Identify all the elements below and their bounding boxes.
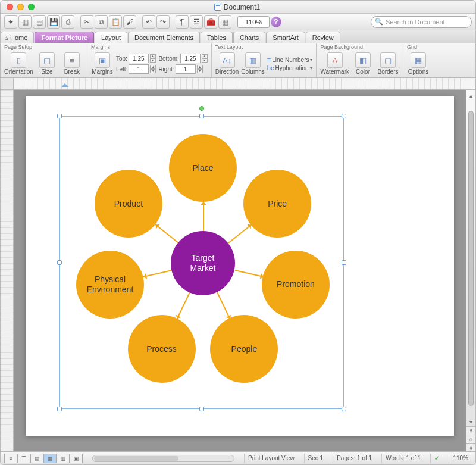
tab-smartart[interactable]: SmartArt bbox=[266, 32, 305, 43]
margins-label: Margins bbox=[92, 68, 113, 75]
hscroll-thumb[interactable] bbox=[94, 456, 178, 461]
status-pages[interactable]: Pages: 1 of 1 bbox=[333, 454, 375, 463]
status-spellcheck[interactable]: ✔ bbox=[430, 454, 443, 463]
view-publishing-icon[interactable]: ▤ bbox=[30, 454, 43, 463]
maximize-icon[interactable] bbox=[28, 4, 35, 10]
paste-icon[interactable]: 📋 bbox=[109, 15, 122, 29]
direction-button[interactable]: A↕Direction bbox=[215, 52, 239, 75]
color-icon: ◧ bbox=[355, 52, 371, 68]
size-button[interactable]: ▢Size bbox=[36, 52, 58, 75]
margin-right-label: Right: bbox=[158, 66, 174, 73]
margin-left-input[interactable]: 1 bbox=[129, 64, 149, 74]
sidebar-icon[interactable]: ☲ bbox=[190, 15, 203, 29]
watermark-button[interactable]: AWatermark bbox=[320, 52, 349, 75]
tab-tables-label: Tables bbox=[207, 34, 226, 41]
save-icon[interactable]: 💾 bbox=[47, 15, 60, 29]
tab-document-elements[interactable]: Document Elements bbox=[128, 32, 200, 43]
columns-button[interactable]: ▥Columns bbox=[241, 52, 264, 75]
browse-object-icon[interactable]: ○ bbox=[466, 435, 475, 443]
format-painter-icon[interactable]: 🖌 bbox=[123, 15, 136, 29]
browse-prev-icon[interactable]: ⇞ bbox=[466, 426, 475, 435]
line-numbers-button[interactable]: ≡Line Numbers▾ bbox=[267, 56, 313, 63]
browse-next-icon[interactable]: ⇟ bbox=[466, 443, 475, 451]
vertical-scrollbar[interactable]: ▴ ▾ ⇞ ○ ⇟ bbox=[466, 90, 475, 451]
view-draft-icon[interactable]: ≡ bbox=[4, 454, 17, 463]
grid-options-button[interactable]: ▦Options bbox=[407, 52, 430, 75]
tab-home[interactable]: ⌂Home bbox=[1, 32, 34, 43]
cut-icon[interactable]: ✂ bbox=[80, 15, 93, 29]
tab-tables[interactable]: Tables bbox=[201, 32, 233, 43]
status-zoom[interactable]: 110% bbox=[449, 454, 472, 463]
undo-icon[interactable]: ↶ bbox=[142, 15, 155, 29]
indent-marker-icon[interactable] bbox=[61, 80, 68, 87]
print-icon[interactable]: ⎙ bbox=[61, 15, 74, 29]
vertical-ruler[interactable] bbox=[1, 90, 14, 451]
gear-icon[interactable]: ✦ bbox=[4, 15, 17, 29]
open-icon[interactable]: ▤ bbox=[33, 15, 46, 29]
close-icon[interactable] bbox=[7, 4, 13, 10]
horizontal-scrollbar[interactable] bbox=[92, 455, 234, 462]
status-words[interactable]: Words: 1 of 1 bbox=[381, 454, 424, 463]
margin-top-input[interactable]: 1.25 bbox=[129, 54, 149, 63]
hyphenation-button[interactable]: bcHyphenation▾ bbox=[267, 64, 313, 71]
horizontal-ruler[interactable] bbox=[14, 78, 475, 89]
document-scroll[interactable]: Target Market PlacePricePromotionPeopleP… bbox=[14, 90, 466, 451]
tab-review[interactable]: Review bbox=[306, 32, 340, 43]
diagram-node-product[interactable]: Product bbox=[95, 170, 162, 238]
grid-icon: ▦ bbox=[411, 52, 426, 68]
status-section[interactable]: Sec 1 bbox=[304, 454, 327, 463]
margin-bottom-stepper[interactable]: ▴▾ bbox=[202, 54, 208, 63]
tab-format-picture-label: Format Picture bbox=[41, 34, 87, 41]
borders-button[interactable]: ▢Borders bbox=[377, 52, 399, 75]
margin-top-stepper[interactable]: ▴▾ bbox=[150, 54, 156, 63]
view-notebook-icon[interactable]: ▥ bbox=[57, 454, 70, 463]
tab-charts[interactable]: Charts bbox=[233, 32, 265, 43]
selected-object-frame[interactable]: Target Market PlacePricePromotionPeopleP… bbox=[60, 116, 344, 409]
size-label: Size bbox=[41, 68, 52, 75]
redo-icon[interactable]: ↷ bbox=[156, 15, 170, 29]
margin-bottom-input[interactable]: 1.25 bbox=[180, 54, 201, 63]
scrollbar-thumb[interactable] bbox=[468, 111, 474, 406]
diagram-node-label: Place bbox=[192, 163, 213, 173]
margin-right-stepper[interactable]: ▴▾ bbox=[197, 65, 203, 73]
diagram-node-promotion[interactable]: Promotion bbox=[262, 251, 330, 319]
diagram-node-place[interactable]: Place bbox=[169, 134, 237, 202]
diagram-node-process[interactable]: Process bbox=[128, 315, 196, 383]
bg-color-button[interactable]: ◧Color bbox=[352, 52, 374, 75]
diagram-node-label: Product bbox=[114, 199, 143, 209]
minimize-icon[interactable] bbox=[17, 4, 24, 10]
show-formatting-icon[interactable]: ¶ bbox=[176, 15, 189, 29]
view-print-icon[interactable]: ▦ bbox=[43, 454, 57, 463]
hyphenation-label: Hyphenation bbox=[275, 65, 308, 71]
tab-format-picture[interactable]: Format Picture bbox=[35, 32, 94, 43]
help-icon[interactable]: ? bbox=[271, 17, 281, 27]
search-box[interactable]: 🔍 Search in Document bbox=[371, 16, 472, 28]
break-label: Break bbox=[64, 68, 80, 75]
diagram-arrow bbox=[154, 223, 179, 244]
tab-layout[interactable]: Layout bbox=[95, 32, 127, 43]
view-focus-icon[interactable]: ▣ bbox=[70, 454, 83, 463]
media-icon[interactable]: ▦ bbox=[218, 15, 231, 29]
break-button[interactable]: ≡Break bbox=[61, 52, 83, 75]
scroll-down-icon[interactable]: ▾ bbox=[466, 417, 475, 426]
margin-right-input[interactable]: 1 bbox=[176, 64, 196, 74]
watermark-label: Watermark bbox=[320, 68, 349, 75]
rotation-handle-icon[interactable] bbox=[199, 106, 204, 111]
orientation-label: Orientation bbox=[4, 68, 33, 75]
orientation-button[interactable]: ▯Orientation bbox=[4, 52, 33, 75]
statusbar: ≡ ☰ ▤ ▦ ▥ ▣ Print Layout View Sec 1 Page… bbox=[1, 451, 475, 464]
new-doc-icon[interactable]: ▥ bbox=[18, 15, 32, 29]
view-outline-icon[interactable]: ☰ bbox=[17, 454, 30, 463]
zoom-dropdown[interactable]: 110% bbox=[237, 16, 270, 28]
toolbox-icon[interactable]: 🧰 bbox=[204, 15, 217, 29]
margin-left-stepper[interactable]: ▴▾ bbox=[150, 65, 156, 73]
status-view[interactable]: Print Layout View bbox=[244, 454, 298, 463]
margins-button[interactable]: ▣Margins bbox=[91, 52, 114, 75]
diagram-node-price[interactable]: Price bbox=[243, 170, 311, 238]
diagram-node-people[interactable]: People bbox=[210, 315, 278, 383]
scroll-up-icon[interactable]: ▴ bbox=[466, 90, 475, 100]
diagram-center-node[interactable]: Target Market bbox=[171, 231, 235, 295]
copy-icon[interactable]: ⧉ bbox=[95, 15, 108, 29]
margin-bottom-row: Bottom:1.25▴▾ bbox=[158, 54, 207, 63]
diagram-node-physical-environment[interactable]: Physical Environment bbox=[76, 251, 144, 319]
